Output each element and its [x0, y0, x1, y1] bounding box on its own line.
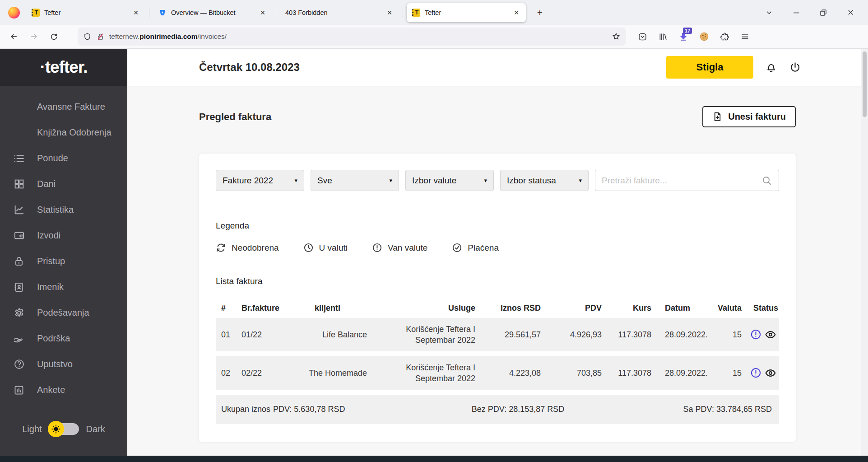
restore-window-icon[interactable] — [816, 6, 831, 19]
view-invoice-eye-icon[interactable] — [765, 367, 776, 379]
pocket-icon[interactable] — [638, 32, 647, 42]
sidebar-item-ankete[interactable]: Ankete — [0, 377, 127, 403]
minimize-window-icon[interactable] — [789, 6, 804, 19]
address-input[interactable]: tefternew.pionirimedia.com/invoices/ — [78, 28, 626, 46]
sun-icon[interactable] — [48, 421, 64, 437]
sidebar: ·tefter. Avansne Fakture Knjižna Odobren… — [0, 49, 127, 456]
sidebar-item-label: Imenik — [37, 282, 64, 292]
list-all-tabs-icon[interactable] — [761, 6, 777, 19]
sidebar-item-podesavanja[interactable]: Podešavanja — [0, 300, 127, 326]
invoices-card: Fakture 2022 ▾ Sve ▾ Izbor valute ▾ Iz — [199, 154, 796, 442]
search-icon[interactable] — [761, 175, 772, 186]
sidebar-item-dani[interactable]: Dani — [0, 171, 127, 197]
document-plus-icon — [712, 112, 723, 122]
logout-power-icon[interactable] — [789, 61, 801, 74]
tab-title: Overview — Bitbucket — [171, 9, 254, 16]
cell-amount: 4.223,08 — [475, 369, 541, 378]
blank-icon — [13, 101, 25, 113]
sidebar-item-imenik[interactable]: Imenik — [0, 274, 127, 300]
tab-close-icon[interactable]: ✕ — [131, 8, 141, 18]
legend-item-placena: Plaćena — [452, 243, 499, 253]
tab-tefter-1[interactable]: T Tefter ✕ — [26, 3, 145, 22]
view-invoice-eye-icon[interactable] — [765, 329, 776, 341]
sidebar-item-knjizna-odobrenja[interactable]: Knjižna Odobrenja — [0, 120, 127, 145]
line-chart-icon — [13, 204, 25, 216]
tab-title: Tefter — [425, 9, 508, 16]
bookmark-star-icon[interactable] — [612, 32, 621, 41]
forward-icon[interactable] — [25, 28, 42, 45]
theme-light-label: Light — [22, 424, 42, 434]
sidebar-item-uputstvo[interactable]: Uputstvo — [0, 351, 127, 377]
tracking-shield-icon[interactable] — [83, 33, 92, 41]
theme-dark-label: Dark — [86, 424, 105, 434]
col-amount: Iznos RSD — [475, 303, 541, 313]
chevron-down-icon: ▾ — [579, 177, 582, 184]
new-tab-button[interactable]: + — [532, 5, 548, 20]
type-filter-dropdown[interactable]: Sve ▾ — [311, 170, 399, 191]
status-filter-dropdown[interactable]: Izbor statusa ▾ — [500, 170, 589, 191]
table-row[interactable]: 02 02/22 The Homemade Korišćenje Teftera… — [216, 356, 779, 390]
poll-icon — [13, 384, 25, 397]
tab-close-icon[interactable]: ✕ — [511, 8, 521, 18]
sidebar-item-label: Podrška — [37, 333, 70, 344]
legend-label: U valuti — [319, 243, 348, 253]
currency-filter-dropdown[interactable]: Izbor valute ▾ — [405, 170, 494, 191]
sidebar-item-pristup[interactable]: Pristup — [0, 248, 127, 274]
tab-close-icon[interactable]: ✕ — [385, 8, 395, 18]
tefter-logo[interactable]: ·tefter. — [0, 49, 127, 86]
cell-invoice: 01/22 — [236, 330, 288, 340]
search-box — [595, 170, 779, 191]
url-text: tefternew.pionirimedia.com/invoices/ — [109, 33, 612, 41]
app-header: Četvrtak 10.08.2023 Stigla — [127, 49, 868, 86]
sidebar-item-podrska[interactable]: Podrška — [0, 326, 127, 351]
tab-tefter-active[interactable]: T Tefter ✕ — [407, 3, 526, 22]
back-icon[interactable] — [5, 28, 23, 45]
add-invoice-label: Unesi fakturu — [728, 112, 786, 122]
stigla-button[interactable]: Stigla — [666, 56, 753, 79]
reload-icon[interactable] — [45, 28, 62, 45]
download-extension-icon[interactable]: 17 — [678, 32, 688, 42]
table-row[interactable]: 01 01/22 Life Balance Korišćenje Teftera… — [216, 318, 779, 351]
year-filter-dropdown[interactable]: Fakture 2022 ▾ — [216, 170, 304, 191]
page-scrollbar[interactable] — [861, 49, 868, 456]
tab-403-forbidden[interactable]: 403 Forbidden ✕ — [280, 3, 399, 22]
legend-label: Neodobrena — [232, 243, 279, 253]
firefox-logo-icon[interactable] — [8, 7, 20, 19]
tab-close-icon[interactable]: ✕ — [258, 8, 268, 18]
sidebar-item-ponude[interactable]: Ponude — [0, 145, 127, 171]
sidebar-item-avansne-fakture[interactable]: Avansne Fakture — [0, 94, 127, 120]
scrollbar-thumb[interactable] — [863, 51, 867, 117]
sidebar-item-label: Avansne Fakture — [37, 102, 105, 112]
legend-title: Legenda — [216, 221, 779, 231]
add-invoice-button[interactable]: Unesi fakturu — [702, 106, 796, 127]
sidebar-item-label: Statistika — [37, 205, 74, 215]
type-filter-value: Sve — [317, 176, 332, 186]
notifications-bell-icon[interactable] — [765, 61, 777, 74]
theme-toggle[interactable] — [49, 423, 79, 435]
close-window-icon[interactable] — [843, 6, 858, 19]
extensions-puzzle-icon[interactable] — [720, 32, 729, 42]
totals-row: Ukupan iznos PDV: 5.630,78 RSD Bez PDV: … — [216, 395, 779, 424]
support-hand-icon — [13, 332, 25, 345]
tab-separator — [149, 8, 149, 18]
search-input[interactable] — [602, 176, 761, 186]
table-header: # Br.fakture klijenti Usluge Iznos RSD P… — [216, 298, 779, 318]
tab-title: Tefter — [44, 9, 127, 16]
tab-bitbucket[interactable]: Overview — Bitbucket ✕ — [153, 3, 272, 22]
status-exclamation-icon — [750, 367, 761, 379]
totals-label: Ukupan iznos — [221, 404, 273, 415]
check-circle-icon — [452, 243, 462, 253]
col-valuta: Valuta — [708, 303, 742, 313]
sidebar-item-label: Podešavanja — [37, 308, 89, 318]
tab-title: 403 Forbidden — [285, 9, 381, 16]
gear-icon — [13, 307, 25, 319]
sidebar-item-izvodi[interactable]: Izvodi — [0, 223, 127, 248]
sidebar-item-statistika[interactable]: Statistika — [0, 197, 127, 223]
address-book-icon — [13, 281, 25, 294]
insecure-lock-icon[interactable] — [96, 33, 105, 41]
sidebar-item-label: Dani — [37, 179, 56, 189]
library-icon[interactable] — [658, 32, 668, 42]
col-kurs: Kurs — [602, 303, 651, 313]
cookie-icon[interactable] — [699, 32, 709, 42]
menu-hamburger-icon[interactable] — [740, 32, 750, 42]
